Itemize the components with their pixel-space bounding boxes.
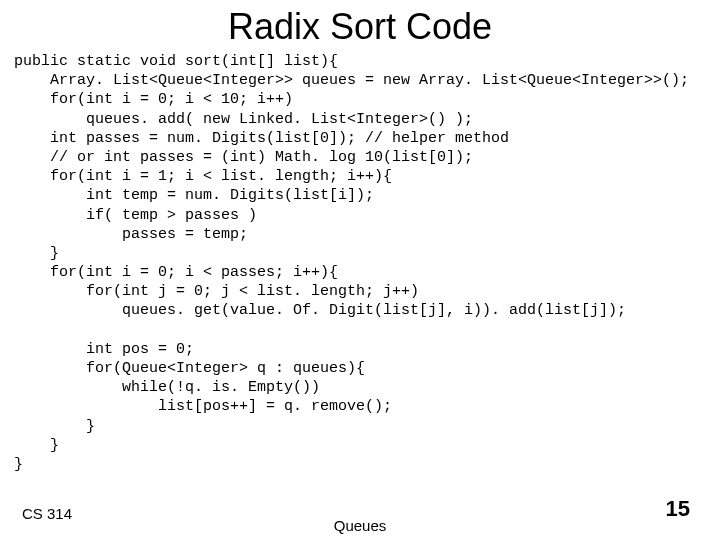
footer-topic: Queues [0, 517, 720, 534]
code-block: public static void sort(int[] list){ Arr… [0, 48, 720, 474]
slide-title: Radix Sort Code [0, 0, 720, 48]
slide: Radix Sort Code public static void sort(… [0, 0, 720, 540]
footer-page-number: 15 [666, 496, 690, 522]
